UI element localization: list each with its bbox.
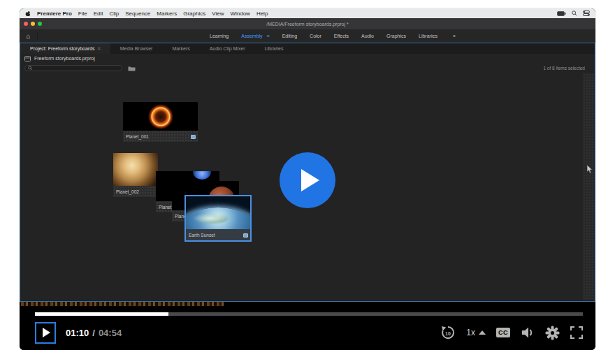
new-bin-folder-icon[interactable]: [128, 66, 136, 71]
menu-item-markers[interactable]: Markers: [157, 10, 177, 17]
workspace-tab-color[interactable]: Color: [310, 34, 321, 38]
total-duration: 04:54: [99, 328, 122, 338]
spotlight-search-icon[interactable]: [572, 10, 577, 16]
clip-thumbnail-sun: [123, 102, 198, 131]
current-time: 01:10: [66, 328, 89, 338]
home-icon[interactable]: ⌂: [20, 32, 38, 40]
player-controls: 01:10 / 04:54 10 1x CC: [20, 306, 595, 350]
battery-icon[interactable]: [557, 11, 566, 16]
clip-label: Earth Sunset: [186, 229, 250, 240]
panel-tab-bar: Project: Freeform storyboards ≡ Media Br…: [20, 43, 595, 54]
clip-name: Planet_002: [116, 189, 139, 194]
mouse-cursor: [586, 165, 593, 174]
search-box[interactable]: [24, 65, 122, 71]
clip-name: Earth Sunset: [189, 233, 215, 238]
menu-item-graphics[interactable]: Graphics: [183, 10, 205, 17]
svg-text:10: 10: [445, 331, 451, 336]
replay-10-icon[interactable]: 10: [440, 325, 456, 340]
clip-badge-icon: [243, 233, 248, 238]
workspace-tab-learning[interactable]: Learning: [210, 34, 229, 38]
seek-bar[interactable]: [35, 312, 583, 316]
clip-tile-planet-001[interactable]: Planet_001: [123, 102, 198, 142]
workspace-bar: ⌂ Learning Assembly ≡ Editing Color Effe…: [20, 29, 595, 43]
control-center-icon[interactable]: [583, 10, 590, 16]
project-icon: [24, 56, 31, 61]
selection-status: 1 of 8 items selected: [543, 66, 591, 71]
playback-speed-button[interactable]: 1x: [466, 328, 486, 337]
play-icon: [301, 169, 319, 191]
speed-label: 1x: [466, 328, 475, 337]
chevron-up-icon: [479, 330, 486, 335]
menu-item-view[interactable]: View: [212, 10, 224, 17]
workspace-tab-graphics[interactable]: Graphics: [386, 34, 406, 38]
search-row: 1 of 8 items selected: [20, 63, 595, 73]
menu-item-sequence[interactable]: Sequence: [125, 10, 150, 17]
workspace-menu-icon[interactable]: ≡: [267, 34, 270, 38]
tab-audio-clip-mixer[interactable]: Audio Clip Mixer: [200, 43, 255, 54]
tab-project[interactable]: Project: Freeform storyboards ≡: [20, 43, 110, 54]
menu-item-clip[interactable]: Clip: [110, 10, 120, 17]
play-button[interactable]: [35, 322, 56, 344]
clip-label: Planet_002: [113, 186, 158, 197]
play-icon: [43, 328, 50, 337]
clip-thumbnail-earth: [186, 196, 250, 229]
tab-media-browser[interactable]: Media Browser: [110, 43, 163, 54]
workspace-tab-assembly[interactable]: Assembly: [241, 34, 262, 38]
panel-menu-icon[interactable]: ≡: [98, 46, 101, 51]
macos-menu-bar: Premiere Pro File Edit Clip Sequence Mar…: [20, 8, 595, 18]
project-file-row[interactable]: Freeform storyboards.prproj: [20, 54, 595, 63]
menu-item-edit[interactable]: Edit: [94, 10, 103, 17]
active-app-name[interactable]: Premiere Pro: [37, 10, 72, 17]
video-player: Premiere Pro File Edit Clip Sequence Mar…: [20, 8, 595, 350]
clip-name: Planet_001: [126, 134, 149, 139]
workspace-tab-editing[interactable]: Editing: [282, 34, 297, 38]
settings-gear-icon[interactable]: [545, 326, 560, 340]
search-input[interactable]: [34, 66, 119, 71]
clip-badge-icon: [191, 135, 196, 139]
captions-button[interactable]: CC: [496, 328, 510, 337]
volume-icon[interactable]: [521, 326, 535, 340]
clip-label: Planet_001: [123, 131, 198, 142]
apple-icon: [25, 10, 31, 17]
workspace-tab-effects[interactable]: Effects: [334, 34, 349, 38]
seek-bar-fill: [35, 312, 168, 316]
window-title-bar: /MEDIA/Freeform storyboards.prproj *: [20, 18, 595, 29]
workspace-overflow-icon[interactable]: »: [453, 34, 455, 38]
clip-thumbnail-tan-planet: [113, 153, 158, 186]
search-icon: [28, 66, 32, 71]
clip-tile-earth-sunset[interactable]: Earth Sunset: [184, 195, 252, 242]
tab-markers[interactable]: Markers: [162, 43, 199, 54]
menu-item-file[interactable]: File: [78, 10, 87, 17]
workspace-tab-libraries[interactable]: Libraries: [419, 34, 437, 38]
workspace-tab-audio[interactable]: Audio: [361, 34, 374, 38]
menu-item-window[interactable]: Window: [230, 10, 249, 17]
big-play-button[interactable]: [280, 152, 335, 208]
fullscreen-icon[interactable]: [570, 326, 583, 339]
menu-item-help[interactable]: Help: [256, 10, 268, 17]
vertical-scrollbar[interactable]: [583, 73, 594, 300]
window-title: /MEDIA/Freeform storyboards.prproj *: [20, 22, 595, 27]
tab-libraries[interactable]: Libraries: [255, 43, 294, 54]
time-separator: /: [92, 328, 95, 338]
time-display: 01:10 / 04:54: [66, 328, 122, 338]
clip-tile-planet-002[interactable]: Planet_002: [113, 153, 158, 197]
tab-project-label: Project: Freeform storyboards: [30, 46, 95, 51]
project-file-name: Freeform storyboards.prproj: [34, 56, 95, 61]
